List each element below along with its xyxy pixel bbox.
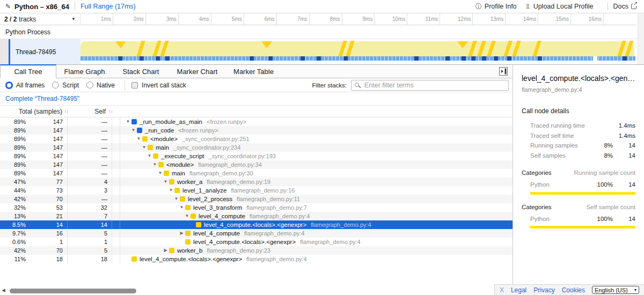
footer-link-cookies[interactable]: Cookies [562, 286, 585, 294]
invert-call-stack-label: Invert call stack [142, 82, 186, 89]
tree-row[interactable]: 44%733▼level_1_analyzeflamegraph_demo.py… [0, 186, 513, 195]
track-vertical-scrollbar[interactable] [638, 13, 644, 64]
expander-icon[interactable]: ▼ [184, 212, 191, 220]
sidebar-toggle-button[interactable] [499, 67, 508, 76]
column-header-total[interactable]: Total (samples) [0, 108, 68, 115]
category-strip-cell [112, 152, 120, 160]
docs-link[interactable]: Docs [613, 3, 636, 10]
detail-label: Traced running time [522, 122, 592, 129]
profile-info-button[interactable]: ⓘ Profile Info [475, 2, 517, 11]
footer-link-privacy[interactable]: Privacy [533, 286, 554, 294]
panel-collapse-icon [499, 67, 508, 76]
tab-flame-graph[interactable]: Flame Graph [56, 64, 113, 78]
ruler-tick: 9ms [342, 13, 375, 25]
expander-icon[interactable]: ▼ [151, 160, 158, 169]
invert-call-stack-checkbox[interactable] [131, 82, 138, 88]
tracks-dropdown[interactable]: 2 / 2 tracks ▼ [0, 13, 80, 25]
filter-stacks-input[interactable] [351, 80, 509, 91]
tab-call-tree[interactable]: Call Tree [0, 64, 56, 78]
tree-row[interactable]: 11%1818level_4_compute.<locals>.<genexpr… [0, 255, 513, 263]
tree-row[interactable]: 0.6%11level_4_compute.<locals>.<genexpr>… [0, 238, 513, 246]
radio-label-native: Native [97, 82, 115, 89]
tree-row[interactable]: 89%147—▼_execute_script_sync_coordinator… [0, 152, 513, 160]
ruler-tick-label: 4ms [199, 16, 209, 22]
self-samples: — [68, 152, 112, 160]
category-square-icon [185, 231, 191, 236]
expander-icon[interactable]: ▼ [157, 169, 164, 178]
tree-row[interactable]: 13%217▼level_4_computeflamegraph_demo.py… [0, 212, 513, 220]
sample-segment-dark [343, 56, 348, 61]
sample-segment-dark [268, 56, 273, 61]
tab-marker-chart[interactable]: Marker Chart [169, 64, 225, 78]
radio-script[interactable]: Script [52, 82, 79, 89]
process-track-header[interactable]: Python Process [0, 25, 638, 39]
breadcrumb: Complete “Thread-78495” [0, 92, 513, 106]
expander-icon[interactable]: ▶ [178, 229, 185, 238]
scroll-left-arrow-icon[interactable]: ◀ [2, 287, 5, 293]
expander-icon[interactable]: ▼ [167, 186, 174, 195]
expander-icon[interactable]: ▼ [173, 195, 180, 203]
total-samples: 70 [26, 195, 68, 203]
expander-icon[interactable]: ▼ [178, 203, 185, 212]
tree-row[interactable]: 32%5332▼level_3_transformflamegraph_demo… [0, 203, 513, 212]
call-tree-header: Total (samples) Self [0, 106, 513, 117]
category-strip-cell [112, 126, 120, 135]
external-link-icon [631, 4, 636, 9]
horizontal-scrollbar-thumb[interactable] [10, 289, 136, 293]
tree-row[interactable]: 42%705▶worker_bflamegraph_demo.py:23 [0, 246, 513, 255]
function-name: main [172, 169, 185, 178]
expander-icon[interactable]: ▼ [130, 126, 137, 135]
function-cell: ▼level_3_transformflamegraph_demo.py:7 [120, 203, 513, 212]
total-samples: 77 [26, 178, 68, 186]
total-percent: 42% [0, 195, 26, 203]
tree-row[interactable]: 42%70—▼level_2_processflamegraph_demo.py… [0, 195, 513, 203]
track-marker-triangle[interactable] [115, 41, 126, 48]
footer-link-legal[interactable]: Legal [511, 286, 526, 294]
full-range-link[interactable]: Full Range (17ms) [80, 3, 136, 10]
sample-segment-dark [156, 56, 160, 61]
function-name: level_4_compute [199, 212, 245, 220]
expander-icon[interactable]: ▼ [125, 117, 131, 126]
category-square-icon [153, 153, 158, 159]
function-name: level_2_process [188, 195, 232, 203]
tree-row[interactable]: 89%147—▼<module>_sync_coordinator.py:251 [0, 135, 513, 143]
upload-profile-button[interactable]: ⇫ Upload Local Profile [525, 3, 594, 10]
footer-link-x[interactable]: X [500, 286, 504, 294]
tree-row[interactable]: 9.7%165▶level_4_computeflamegraph_demo.p… [0, 229, 513, 238]
sample-segment-dark [507, 56, 511, 61]
tab-stack-chart[interactable]: Stack Chart [113, 64, 169, 78]
expander-icon[interactable]: ▶ [162, 246, 169, 255]
category-square-icon [191, 213, 196, 219]
detail-value: 1.4ms [613, 122, 635, 129]
radio-native[interactable]: Native [86, 82, 115, 89]
ruler-tick-label: 1ms [101, 16, 111, 22]
sample-segment-dark [317, 56, 321, 61]
firefox-profiler-app: ✎ Python – x86_64 Full Range (17ms) ⓘ Pr… [0, 0, 644, 295]
thread-track-graph[interactable] [80, 39, 636, 64]
tree-row[interactable]: 89%147—▼_run_code<frozen runpy> [0, 126, 513, 135]
column-header-self[interactable]: Self [68, 108, 112, 115]
file-location: _sync_coordinator.py:251 [182, 135, 249, 143]
function-cell: level_4_compute.<locals>.<genexpr>flameg… [120, 220, 513, 229]
tab-marker-table[interactable]: Marker Table [225, 64, 282, 78]
edit-profile-name-icon[interactable]: ✎ [5, 3, 11, 10]
radio-all-frames[interactable]: All frames [5, 82, 45, 89]
tree-row[interactable]: 89%147—▼_run_module_as_main<frozen runpy… [0, 117, 513, 126]
function-name: main [156, 143, 169, 152]
expander-icon[interactable]: ▼ [162, 178, 169, 186]
thread-track-label[interactable]: Thread-78495 [10, 39, 80, 64]
language-select[interactable]: English (US) ▾ [592, 286, 639, 294]
function-cell: level_4_compute.<locals>.<genexpr>flameg… [120, 255, 513, 263]
tree-row[interactable]: 89%147—▼main_sync_coordinator.py:234 [0, 143, 513, 152]
upload-icon: ⇫ [525, 3, 531, 10]
tree-row[interactable]: 89%147—▼mainflamegraph_demo.py:30 [0, 169, 513, 178]
track-marker-triangle[interactable] [261, 41, 272, 48]
tree-row[interactable]: 89%147—▼<module>flamegraph_demo.py:34 [0, 160, 513, 169]
expander-icon[interactable]: ▼ [135, 135, 142, 143]
breadcrumb-complete-thread[interactable]: Complete “Thread-78495” [5, 95, 79, 102]
track-marker-triangle[interactable] [457, 41, 468, 48]
expander-icon[interactable]: ▼ [141, 143, 148, 152]
expander-icon[interactable]: ▼ [146, 152, 153, 160]
tree-row[interactable]: 8.5%1414level_4_compute.<locals>.<genexp… [0, 220, 513, 229]
tree-row[interactable]: 47%774▼worker_aflamegraph_demo.py:19 [0, 178, 513, 186]
